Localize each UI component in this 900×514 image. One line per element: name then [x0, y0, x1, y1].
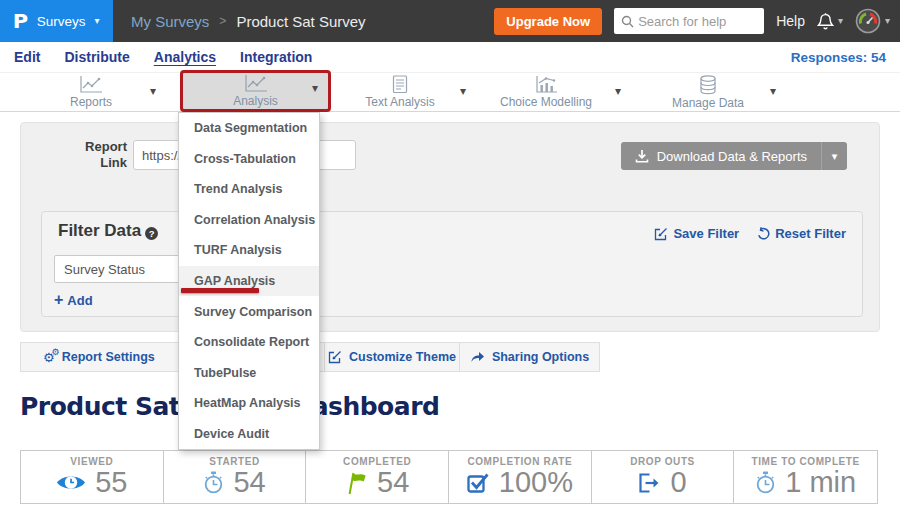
menu-item-cross-tabulation[interactable]: Cross-Tabulation [179, 144, 319, 175]
save-filter-button[interactable]: Save Filter [654, 226, 739, 241]
notifications-menu[interactable]: ▾ [817, 12, 843, 31]
menu-item-data-segmentation[interactable]: Data Segmentation [179, 113, 319, 144]
responses-count[interactable]: Responses: 54 [791, 50, 886, 65]
line-chart-icon [79, 75, 103, 94]
stat-time-to-complete: TIME TO COMPLETE 1 min [734, 451, 877, 503]
questionpro-analytics-page: P Surveys ▾ My Surveys > Product Sat Sur… [0, 0, 900, 514]
breadcrumb-current: Product Sat Survey [236, 13, 365, 30]
bar-line-chart-icon [535, 75, 558, 94]
download-icon [635, 149, 649, 163]
document-icon [392, 75, 408, 94]
add-filter-label: Add [67, 293, 92, 308]
checkbox-icon [467, 472, 490, 494]
stat-viewed: VIEWED 55 [21, 451, 164, 503]
menu-item-consolidate-report[interactable]: Consolidate Report [179, 327, 319, 358]
toolbar-analysis-label: Analysis [233, 94, 278, 108]
topbar-right: Upgrade Now Help ▾ ▾ [494, 0, 890, 42]
menu-item-device-audit[interactable]: Device Audit [179, 418, 319, 449]
search-input[interactable] [614, 8, 764, 34]
plus-icon: + [54, 292, 63, 308]
line-chart-icon [244, 74, 268, 93]
database-icon [699, 75, 717, 95]
menu-item-tubepulse[interactable]: TubePulse [179, 357, 319, 388]
analysis-caret-icon[interactable]: ▾ [312, 81, 318, 95]
stat-started-value: 54 [233, 468, 265, 497]
text-analysis-caret-icon[interactable]: ▾ [460, 84, 466, 98]
share-arrow-icon [470, 351, 485, 363]
help-search [614, 8, 764, 34]
gears-icon: ⚙⚙ [43, 351, 55, 364]
stat-completed: COMPLETED 54 [306, 451, 449, 503]
stat-viewed-value: 55 [95, 468, 127, 497]
analysis-dropdown-menu: Data Segmentation Cross-Tabulation Trend… [178, 112, 320, 450]
account-menu[interactable]: ▾ [855, 8, 890, 34]
tab-customize-theme[interactable]: Customize Theme [324, 343, 459, 371]
stat-started: STARTED 54 [164, 451, 307, 503]
survey-status-value: Survey Status [64, 262, 145, 277]
stopwatch-icon [755, 471, 776, 495]
stat-drop-outs-value: 0 [670, 468, 686, 497]
toolbar-analysis-annotated[interactable]: Analysis ▾ [180, 70, 331, 112]
flag-icon [345, 471, 368, 495]
tab-sharing-options-label: Sharing Options [492, 350, 589, 364]
menu-item-correlation-analysis[interactable]: Correlation Analysis [179, 205, 319, 236]
upgrade-now-button[interactable]: Upgrade Now [494, 8, 602, 35]
help-link[interactable]: Help [776, 13, 805, 29]
nav-distribute[interactable]: Distribute [64, 49, 129, 65]
toolbar-text-analysis-label: Text Analysis [365, 95, 434, 109]
exit-icon [638, 472, 661, 494]
topbar: P Surveys ▾ My Surveys > Product Sat Sur… [0, 0, 900, 42]
download-data-reports-button[interactable]: Download Data & Reports ▾ [621, 142, 847, 170]
filter-data-panel: Filter Data ? Save Filter Reset Filter S… [41, 211, 863, 317]
save-filter-label: Save Filter [673, 226, 739, 241]
analytics-toolbar: Reports ▾ Text Analysis ▾ Choice Modelli… [0, 73, 900, 112]
tab-sharing-options[interactable]: Sharing Options [459, 343, 599, 371]
stat-completion-rate: COMPLETION RATE 100% [449, 451, 592, 503]
avatar [855, 8, 881, 34]
menu-item-trend-analysis[interactable]: Trend Analysis [179, 174, 319, 205]
nav-edit[interactable]: Edit [14, 49, 40, 65]
surveys-menu[interactable]: P Surveys ▾ [0, 0, 113, 42]
stat-drop-outs: DROP OUTS 0 [592, 451, 735, 503]
reset-filter-label: Reset Filter [775, 226, 846, 241]
reset-filter-button[interactable]: Reset Filter [757, 226, 846, 241]
search-icon [621, 15, 634, 28]
choice-modelling-caret-icon[interactable]: ▾ [615, 84, 621, 98]
nav-integration[interactable]: Integration [240, 49, 312, 65]
chevron-down-icon: ▾ [838, 16, 843, 26]
toolbar-text-analysis[interactable]: Text Analysis [330, 73, 470, 111]
surveys-menu-label: Surveys [37, 14, 86, 29]
tab-report-settings-label: Report Settings [62, 350, 155, 364]
breadcrumb-my-surveys[interactable]: My Surveys [131, 13, 209, 30]
undo-icon [757, 227, 770, 240]
menu-item-heatmap-analysis[interactable]: HeatMap Analysis [179, 388, 319, 419]
reports-caret-icon[interactable]: ▾ [150, 84, 156, 98]
download-options-caret-icon[interactable]: ▾ [821, 142, 847, 170]
stat-time-to-complete-value: 1 min [785, 468, 856, 497]
breadcrumb-separator: > [219, 14, 226, 28]
stat-completed-value: 54 [377, 468, 409, 497]
help-question-icon[interactable]: ? [145, 227, 158, 240]
toolbar-reports[interactable]: Reports [21, 73, 161, 111]
toolbar-manage-data[interactable]: Manage Data [638, 73, 778, 111]
filter-data-title: Filter Data [58, 221, 141, 241]
manage-data-caret-icon[interactable]: ▾ [770, 84, 776, 98]
stopwatch-icon [203, 471, 224, 495]
tab-customize-theme-label: Customize Theme [349, 350, 456, 364]
report-panel: Report Link Download Data & Reports ▾ Fi… [20, 122, 880, 332]
nav-analytics[interactable]: Analytics [154, 49, 216, 65]
chevron-down-icon: ▾ [885, 16, 890, 26]
stats-bar: VIEWED 55 STARTED 54 COMPLETED 54 COMPLE… [20, 450, 878, 504]
add-filter-button[interactable]: + Add [54, 292, 93, 308]
stat-completion-rate-value: 100% [499, 468, 573, 497]
bell-icon [817, 12, 834, 31]
toolbar-choice-modelling[interactable]: Choice Modelling [476, 73, 616, 111]
questionpro-logo: P [13, 9, 28, 33]
toolbar-reports-label: Reports [70, 95, 112, 109]
menu-item-survey-comparison[interactable]: Survey Comparison [179, 296, 319, 327]
chevron-down-icon: ▾ [94, 16, 99, 26]
pencil-square-icon [328, 350, 342, 364]
filter-title-row: Filter Data ? [58, 221, 158, 241]
menu-item-turf-analysis[interactable]: TURF Analysis [179, 235, 319, 266]
download-button-label: Download Data & Reports [657, 149, 807, 164]
